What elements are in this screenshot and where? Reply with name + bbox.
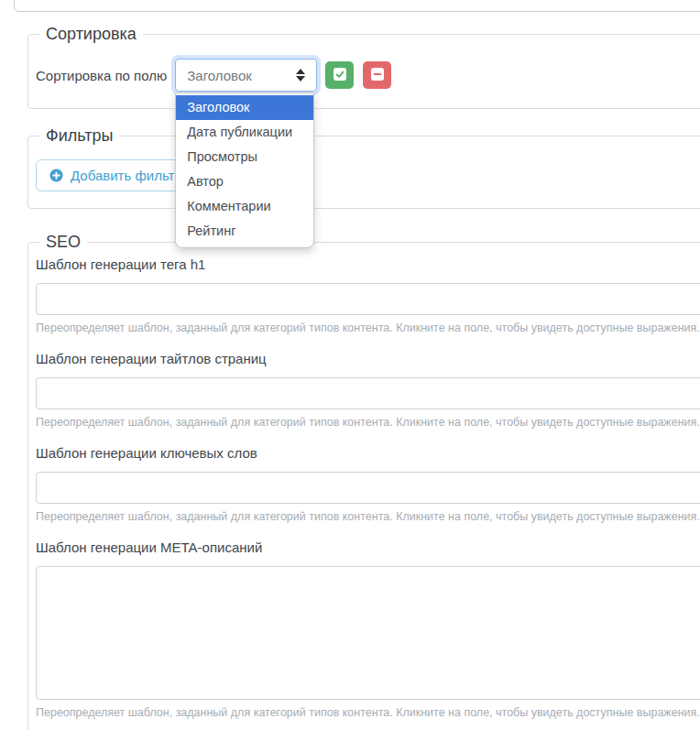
sorting-row: Сортировка по полю Заголовок Заголовок Д…	[36, 59, 700, 92]
seo-keywords-template-group: Шаблон генерации ключевых слов Переопред…	[36, 446, 700, 524]
plus-circle-icon	[49, 169, 63, 182]
up-down-arrows-icon	[296, 69, 305, 82]
apply-sort-button[interactable]	[325, 61, 354, 89]
filters-section: Фильтры Добавить фильтр	[27, 125, 700, 209]
seo-title-template-input[interactable]	[36, 377, 700, 409]
sort-field-label: Сортировка по полю	[36, 68, 167, 83]
seo-meta-description-template-group: Шаблон генерации META-описаний Переопред…	[36, 540, 700, 720]
seo-meta-description-template-textarea[interactable]	[36, 566, 700, 700]
sorting-legend: Сортировка	[39, 24, 143, 44]
dropdown-option-data-publikacii[interactable]: Дата публикации	[176, 120, 313, 145]
seo-title-template-label: Шаблон генерации тайтлов страниц	[36, 352, 700, 366]
check-square-icon	[333, 67, 347, 84]
dropdown-option-zagolovok[interactable]: Заголовок	[176, 95, 313, 120]
dropdown-option-kommentarii[interactable]: Комментарии	[176, 194, 313, 219]
minus-square-icon	[370, 67, 385, 84]
seo-meta-description-template-label: Шаблон генерации META-описаний	[36, 540, 700, 555]
filters-legend: Фильтры	[39, 125, 119, 146]
add-filter-button[interactable]: Добавить фильтр	[36, 159, 196, 191]
add-filter-button-label: Добавить фильтр	[71, 168, 182, 183]
seo-h1-template-group: Шаблон генерации тега h1 Переопределяет …	[36, 257, 700, 335]
dropdown-option-avtor[interactable]: Автор	[176, 169, 313, 194]
remove-sort-button[interactable]	[363, 61, 391, 89]
seo-h1-template-input[interactable]	[36, 283, 700, 315]
sort-field-select-value: Заголовок	[187, 68, 296, 83]
previous-section-box	[14, 0, 700, 12]
sort-field-select[interactable]: Заголовок	[175, 59, 317, 92]
seo-section: SEO Шаблон генерации тега h1 Переопредел…	[27, 232, 700, 730]
seo-keywords-template-label: Шаблон генерации ключевых слов	[36, 446, 700, 461]
seo-legend: SEO	[39, 232, 87, 252]
dropdown-option-prosmotry[interactable]: Просмотры	[176, 145, 313, 169]
seo-meta-description-template-help: Переопределяет шаблон, заданный для кате…	[36, 705, 700, 720]
sort-field-dropdown: Заголовок Дата публикации Просмотры Авто…	[175, 93, 314, 248]
seo-title-template-help: Переопределяет шаблон, заданный для кате…	[36, 415, 700, 430]
dropdown-option-rejting[interactable]: Рейтинг	[176, 219, 313, 244]
seo-keywords-template-help: Переопределяет шаблон, заданный для кате…	[36, 509, 700, 524]
seo-h1-template-label: Шаблон генерации тега h1	[36, 257, 700, 272]
sorting-section: Сортировка Сортировка по полю Заголовок …	[27, 24, 700, 109]
seo-title-template-group: Шаблон генерации тайтлов страниц Переопр…	[36, 352, 700, 430]
seo-h1-template-help: Переопределяет шаблон, заданный для кате…	[36, 321, 700, 335]
seo-keywords-template-input[interactable]	[36, 472, 700, 504]
